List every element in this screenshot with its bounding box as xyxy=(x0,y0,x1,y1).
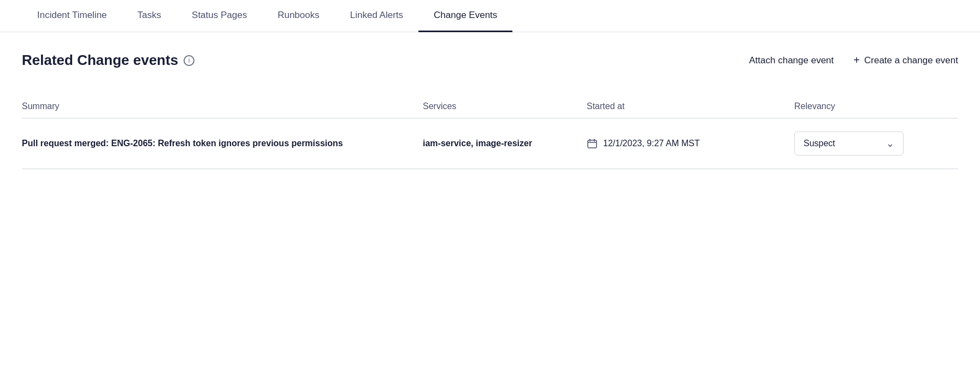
svg-rect-0 xyxy=(588,140,597,148)
tab-tasks[interactable]: Tasks xyxy=(122,0,176,32)
col-relevancy: Relevancy xyxy=(794,101,958,111)
col-services: Services xyxy=(423,101,587,111)
relevancy-dropdown[interactable]: Suspect ⌄ xyxy=(794,131,904,155)
tab-runbooks[interactable]: Runbooks xyxy=(262,0,335,32)
tab-linked-alerts[interactable]: Linked Alerts xyxy=(335,0,418,32)
main-content: Related Change events i Attach change ev… xyxy=(0,32,980,169)
tab-incident-timeline[interactable]: Incident Timeline xyxy=(22,0,122,32)
tab-change-events[interactable]: Change Events xyxy=(418,0,512,32)
change-events-table: Summary Services Started at Relevancy Pu… xyxy=(22,95,958,169)
tabs-nav: Incident Timeline Tasks Status Pages Run… xyxy=(0,0,980,32)
summary-cell: Pull request merged: ENG-2065: Refresh t… xyxy=(22,137,423,150)
started-at-value: 12/1/2023, 9:27 AM MST xyxy=(603,139,700,148)
calendar-icon xyxy=(587,138,598,149)
relevancy-cell: Suspect ⌄ xyxy=(794,131,958,155)
header-actions: Attach change event + Create a change ev… xyxy=(749,54,958,67)
table-row: Pull request merged: ENG-2065: Refresh t… xyxy=(22,118,958,169)
started-at-cell: 12/1/2023, 9:27 AM MST xyxy=(587,138,794,149)
chevron-down-icon: ⌄ xyxy=(886,137,894,149)
col-summary: Summary xyxy=(22,101,423,111)
header-row: Related Change events i Attach change ev… xyxy=(22,52,958,69)
services-cell: iam-service, image-resizer xyxy=(423,137,587,150)
info-icon[interactable]: i xyxy=(184,55,194,66)
page-title: Related Change events xyxy=(22,52,178,69)
tab-status-pages[interactable]: Status Pages xyxy=(176,0,262,32)
relevancy-value: Suspect xyxy=(804,139,835,148)
header-left: Related Change events i xyxy=(22,52,194,69)
create-change-event-button[interactable]: + Create a change event xyxy=(853,54,958,67)
table-header: Summary Services Started at Relevancy xyxy=(22,95,958,118)
create-button-label: Create a change event xyxy=(864,55,958,66)
col-started-at: Started at xyxy=(587,101,794,111)
plus-icon: + xyxy=(853,54,860,67)
attach-change-event-button[interactable]: Attach change event xyxy=(749,55,834,66)
